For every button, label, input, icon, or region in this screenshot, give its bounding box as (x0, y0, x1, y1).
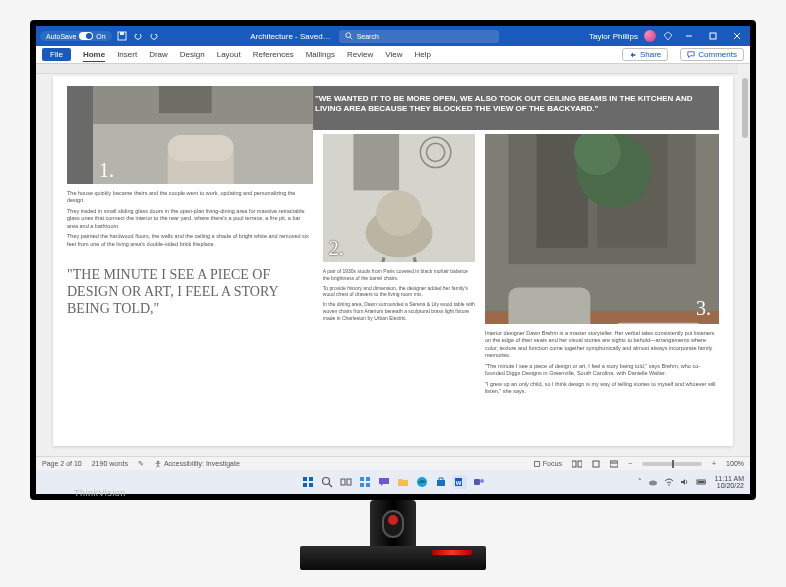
col3-body: Interior designer Dawn Brehm is a master… (485, 330, 719, 398)
zoom-out-button[interactable]: − (628, 460, 632, 467)
start-button[interactable] (301, 475, 315, 489)
vertical-scrollbar[interactable] (740, 74, 750, 456)
tab-help[interactable]: Help (414, 50, 430, 59)
tab-file[interactable]: File (42, 48, 71, 61)
horizontal-ruler[interactable] (36, 64, 738, 74)
user-avatar[interactable] (644, 30, 656, 42)
tab-layout[interactable]: Layout (217, 50, 241, 59)
language-icon[interactable]: ✎ (138, 460, 144, 468)
monitor-stand-base (300, 546, 486, 570)
zoom-level[interactable]: 100% (726, 460, 744, 467)
comments-button[interactable]: Comments (680, 48, 744, 61)
taskbar-clock[interactable]: 11:11 AM 10/20/22 (714, 475, 744, 489)
store-icon[interactable] (434, 475, 448, 489)
diamond-icon[interactable] (662, 30, 674, 42)
system-tray: ˄ 11:11 AM 10/20/22 (638, 475, 744, 489)
share-label: Share (640, 50, 661, 59)
col1-p1: The house quickly became theirs and the … (67, 190, 313, 205)
tab-review[interactable]: Review (347, 50, 373, 59)
tab-home[interactable]: Home (83, 50, 105, 59)
autosave-toggle[interactable]: AutoSave On (40, 31, 112, 41)
word-icon[interactable]: W (453, 475, 467, 489)
explorer-icon[interactable] (396, 475, 410, 489)
onedrive-icon[interactable] (648, 478, 658, 486)
volume-icon[interactable] (680, 478, 690, 486)
word-count[interactable]: 2190 words (92, 460, 128, 467)
stand-release-button (382, 510, 404, 538)
zoom-slider[interactable] (642, 462, 702, 466)
view-read-icon[interactable] (572, 460, 582, 468)
undo-icon[interactable] (132, 30, 144, 42)
redo-icon[interactable] (148, 30, 160, 42)
taskbar-search-icon[interactable] (320, 475, 334, 489)
tab-insert[interactable]: Insert (117, 50, 137, 59)
col1-hero: 1. (67, 86, 313, 184)
teams-icon[interactable] (472, 475, 486, 489)
svg-rect-49 (360, 483, 364, 487)
comments-label: Comments (698, 50, 737, 59)
svg-rect-36 (593, 461, 599, 467)
close-button[interactable] (728, 29, 746, 43)
col2-body: A pair of 1930s stools from Paris covere… (323, 268, 475, 324)
view-print-icon[interactable] (592, 460, 600, 468)
col2-p3: In the dining area, Dawn surrounded a Se… (323, 301, 475, 321)
svg-rect-12 (168, 135, 234, 161)
minimize-button[interactable] (680, 29, 698, 43)
focus-mode[interactable]: Focus (533, 460, 562, 468)
number-3: 3. (696, 297, 711, 320)
tray-chevron-icon[interactable]: ˄ (638, 478, 642, 486)
zoom-in-button[interactable]: + (712, 460, 716, 467)
interior-photo-2: 2. (323, 134, 475, 262)
document-title[interactable]: Architecture - Saved… (250, 32, 330, 41)
share-button[interactable]: Share (622, 48, 668, 61)
clock-date: 10/20/22 (714, 482, 744, 489)
focus-icon (533, 460, 541, 468)
document-canvas[interactable]: "WE WANTED IT TO BE MORE OPEN, WE ALSO T… (36, 64, 750, 456)
share-icon (629, 51, 637, 59)
scrollbar-thumb[interactable] (742, 78, 748, 138)
search-box[interactable]: Search (339, 30, 499, 43)
svg-rect-35 (578, 461, 582, 467)
number-2: 2. (329, 237, 344, 260)
wifi-icon[interactable] (664, 478, 674, 486)
accessibility-status[interactable]: Accessibility: Investigate (154, 460, 240, 468)
document-page[interactable]: "WE WANTED IT TO BE MORE OPEN, WE ALSO T… (53, 76, 733, 446)
chat-icon[interactable] (377, 475, 391, 489)
banner-quote-text: "WE WANTED IT TO BE MORE OPEN, WE ALSO T… (315, 94, 693, 113)
svg-rect-29 (614, 323, 703, 324)
grey-bar (67, 86, 93, 184)
tab-mailings[interactable]: Mailings (306, 50, 335, 59)
col3-p3: "I grew up an only child, so I think des… (485, 381, 719, 396)
tab-draw[interactable]: Draw (149, 50, 168, 59)
widgets-icon[interactable] (358, 475, 372, 489)
svg-line-3 (350, 37, 352, 39)
taskbar-center: W (301, 475, 486, 489)
ribbon: File Home Insert Draw Design Layout Refe… (36, 46, 750, 64)
tab-view[interactable]: View (385, 50, 402, 59)
number-1: 1. (99, 159, 114, 182)
svg-rect-37 (610, 461, 618, 467)
col2-p1: A pair of 1930s stools from Paris covere… (323, 268, 475, 282)
tab-design[interactable]: Design (180, 50, 205, 59)
column-1: 1. The house quickly became theirs and t… (67, 86, 313, 436)
view-web-icon[interactable] (610, 460, 618, 468)
comment-icon (687, 51, 695, 59)
svg-line-44 (329, 484, 332, 487)
svg-rect-34 (572, 461, 576, 467)
windows-taskbar: W ˄ 11:11 AM 10/20/22 (36, 470, 750, 494)
edge-icon[interactable] (415, 475, 429, 489)
svg-rect-18 (376, 190, 422, 236)
maximize-button[interactable] (704, 29, 722, 43)
tab-references[interactable]: References (253, 50, 294, 59)
svg-rect-46 (347, 479, 351, 485)
svg-point-56 (480, 479, 484, 483)
battery-icon[interactable] (696, 478, 708, 486)
task-view-icon[interactable] (339, 475, 353, 489)
toggle-switch-icon (79, 32, 93, 40)
col1-pull-quote: "THE MINUTE I SEE A PIECE OF DESIGN OR A… (67, 267, 313, 317)
svg-rect-10 (159, 86, 212, 113)
user-name[interactable]: Taylor Phillips (589, 32, 638, 41)
col1-p3: They painted the hardwood floors, the wa… (67, 233, 313, 248)
page-info[interactable]: Page 2 of 10 (42, 460, 82, 467)
save-icon[interactable] (116, 30, 128, 42)
